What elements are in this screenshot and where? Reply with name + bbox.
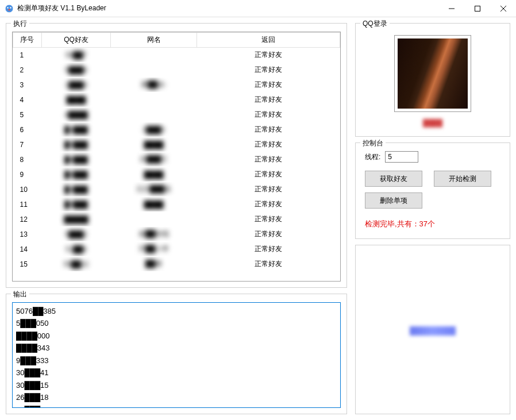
cell-seq: 1	[13, 48, 42, 63]
cell-name	[111, 63, 197, 78]
table-row[interactable]: 1451██6开██小李正常好友	[13, 242, 340, 257]
svg-point-0	[5, 5, 13, 13]
table-row[interactable]: 12█████正常好友	[13, 212, 340, 227]
cell-qq: ████	[42, 93, 111, 107]
cell-qq: 55██32	[42, 257, 111, 272]
bottom-group	[355, 245, 510, 414]
table-row[interactable]: 8█6███亦███它正常好友	[13, 152, 340, 167]
thread-label: 线程:	[365, 152, 380, 162]
table-row[interactable]: 6█3███3███3正常好友	[13, 122, 340, 137]
window-title: 检测单项好友 V1.1 ByLeader	[17, 3, 438, 13]
thread-row: 线程:	[361, 151, 504, 163]
cell-result: 正常好友	[197, 212, 340, 227]
svg-point-1	[7, 7, 8, 8]
app-icon	[5, 4, 14, 13]
table-row[interactable]: 31███0薯██攻-正常好友	[13, 78, 340, 93]
cell-seq: 10	[13, 182, 42, 197]
cell-qq: █████	[42, 212, 111, 227]
control-group: 控制台 线程: 获取好友 开始检测 删除单项 检测完毕,共有：37个	[355, 142, 510, 239]
cell-qq: █9███	[42, 197, 111, 212]
cell-name	[111, 93, 197, 107]
button-row-1: 获取好友 开始检测	[361, 171, 504, 187]
avatar[interactable]	[394, 35, 471, 112]
table-row[interactable]: 10█3███日历███某正常好友	[13, 182, 340, 197]
cell-qq: █6███	[42, 152, 111, 167]
cell-seq: 11	[13, 197, 42, 212]
table-row[interactable]: 9█6███████正常好友	[13, 167, 340, 182]
cell-name: 3███3	[111, 122, 197, 137]
right-panel: QQ登录 ████ 控制台 线程: 获取好友 开始检测 删除单项 检测完毕,共有…	[355, 23, 510, 414]
table-row[interactable]: 11█9███████正常好友	[13, 197, 340, 212]
cell-name: ████	[111, 137, 197, 152]
friends-table-wrap: 序号 QQ好友 网名 返回 156██7正常好友25███0正常好友31███0…	[12, 32, 341, 282]
cell-qq: █6███	[42, 167, 111, 182]
col-seq[interactable]: 序号	[13, 33, 42, 48]
close-button[interactable]	[490, 0, 516, 17]
main-content: 执行 序号 QQ好友 网名 返回 156██7正常好友25███0正常好友31█…	[0, 17, 516, 420]
cell-seq: 12	[13, 212, 42, 227]
svg-rect-5	[475, 6, 480, 11]
cell-result: 正常好友	[197, 63, 340, 78]
cell-result: 正常好友	[197, 107, 340, 122]
friends-table: 序号 QQ好友 网名 返回 156██7正常好友25███0正常好友31███0…	[13, 32, 340, 272]
maximize-button[interactable]	[464, 0, 490, 17]
cell-seq: 9	[13, 167, 42, 182]
cell-result: 正常好友	[197, 182, 340, 197]
minimize-button[interactable]	[438, 0, 464, 17]
cell-seq: 5	[13, 107, 42, 122]
button-row-2: 删除单项	[361, 192, 504, 209]
cell-result: 正常好友	[197, 167, 340, 182]
svg-point-3	[9, 9, 10, 10]
friends-table-scroll[interactable]: 序号 QQ好友 网名 返回 156██7正常好友25███0正常好友31███0…	[13, 32, 340, 281]
start-check-button[interactable]: 开始检测	[434, 171, 491, 187]
login-group: QQ登录 ████	[355, 23, 510, 137]
output-group: 输出	[6, 294, 347, 414]
thread-input[interactable]	[385, 151, 418, 163]
table-row[interactable]: 156██7正常好友	[13, 48, 340, 63]
table-row[interactable]: 4████正常好友	[13, 93, 340, 107]
table-row[interactable]: 7█5███████正常好友	[13, 137, 340, 152]
table-row[interactable]: 25███0正常好友	[13, 63, 340, 78]
cell-name	[111, 107, 197, 122]
cell-qq: █3███	[42, 182, 111, 197]
avatar-wrap: ████	[361, 32, 504, 127]
cell-seq: 15	[13, 257, 42, 272]
table-row[interactable]: 135███2老██歌唱正常好友	[13, 227, 340, 242]
cell-name: 老██歌唱	[111, 227, 197, 242]
cell-result: 正常好友	[197, 197, 340, 212]
cell-qq: █3███	[42, 122, 111, 137]
execute-group: 执行 序号 QQ好友 网名 返回 156██7正常好友25███0正常好友31█…	[6, 23, 347, 288]
cell-name: ████	[111, 197, 197, 212]
col-qq[interactable]: QQ好友	[42, 33, 111, 48]
cell-seq: 13	[13, 227, 42, 242]
cell-qq: 5███0	[42, 63, 111, 78]
cell-qq: █5███	[42, 137, 111, 152]
cell-result: 正常好友	[197, 122, 340, 137]
cell-seq: 7	[13, 137, 42, 152]
col-result[interactable]: 返回	[197, 33, 340, 48]
col-name[interactable]: 网名	[111, 33, 197, 48]
table-row[interactable]: 1555██32██楼正常好友	[13, 257, 340, 272]
cell-name: 薯██攻-	[111, 78, 197, 93]
username: ████	[423, 119, 442, 127]
cell-seq: 6	[13, 122, 42, 137]
get-friends-button[interactable]: 获取好友	[365, 171, 422, 187]
cell-result: 正常好友	[197, 93, 340, 107]
table-row[interactable]: 54████正常好友	[13, 107, 340, 122]
output-textarea[interactable]	[12, 302, 341, 408]
cell-result: 正常好友	[197, 242, 340, 257]
cell-seq: 4	[13, 93, 42, 107]
cell-name	[111, 212, 197, 227]
cell-qq: 4████	[42, 107, 111, 122]
cell-seq: 3	[13, 78, 42, 93]
delete-single-button[interactable]: 删除单项	[365, 192, 422, 209]
output-title: 输出	[11, 290, 29, 299]
cell-seq: 2	[13, 63, 42, 78]
control-title: 控制台	[360, 138, 386, 148]
bottom-blur	[410, 326, 456, 336]
left-panel: 执行 序号 QQ好友 网名 返回 156██7正常好友25███0正常好友31█…	[6, 23, 347, 414]
cell-seq: 14	[13, 242, 42, 257]
cell-seq: 8	[13, 152, 42, 167]
window-controls	[438, 0, 516, 17]
cell-qq: 51██6	[42, 242, 111, 257]
